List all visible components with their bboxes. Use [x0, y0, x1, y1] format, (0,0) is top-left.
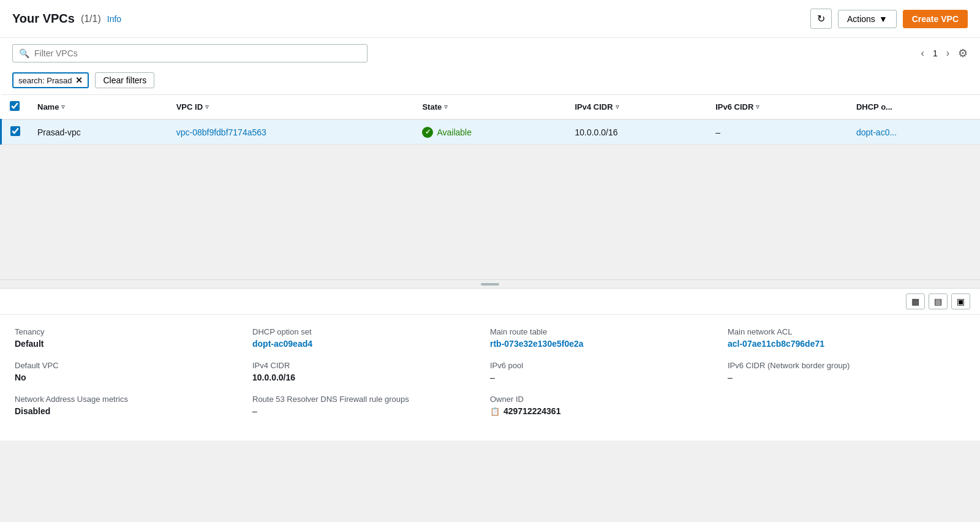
- route-table-link[interactable]: rtb-073e32e130e5f0e2a: [490, 339, 584, 349]
- dhcp-option-label: DHCP option set: [252, 327, 478, 336]
- refresh-button[interactable]: ↻: [810, 9, 832, 29]
- panel-split-vert-button[interactable]: ▤: [929, 293, 948, 309]
- clear-filters-button[interactable]: Clear filters: [95, 72, 154, 88]
- col-ipv6-cidr[interactable]: IPv6 CIDR ▿: [707, 95, 848, 120]
- owner-id-row: 📋 429712224361: [490, 406, 715, 416]
- page-title: Your VPCs: [12, 12, 75, 26]
- actions-button[interactable]: Actions ▼: [838, 10, 897, 28]
- dns-firewall-value: –: [252, 406, 478, 416]
- status-label: Available: [437, 127, 472, 137]
- detail-subsection-owner-id: Owner ID 📋 429712224361: [490, 395, 715, 416]
- acl-value: acl-07ae11cb8c796de71: [728, 339, 953, 349]
- owner-id-label: Owner ID: [490, 395, 715, 404]
- status-available-icon: [422, 127, 433, 138]
- dhcp-option-link[interactable]: dopt-ac09ead4: [252, 339, 312, 349]
- ipv6-cidr-border-value: –: [728, 373, 953, 382]
- row-dhcp: dopt-ac0...: [848, 119, 980, 145]
- detail-panel: ▦ ▤ ▣ Tenancy Default Default VPC No Net…: [0, 288, 980, 441]
- create-vpc-button[interactable]: Create VPC: [903, 10, 968, 28]
- vpc-table: Name ▿ VPC ID ▿ State ▿: [0, 94, 980, 145]
- row-checkbox[interactable]: [10, 126, 20, 136]
- ipv4-cidr-label: IPv4 CIDR: [252, 361, 478, 370]
- route-table-value: rtb-073e32e130e5f0e2a: [490, 339, 715, 349]
- actions-label: Actions: [847, 14, 875, 24]
- filter-tag-label: search: Prasad: [18, 76, 72, 85]
- copy-icon[interactable]: 📋: [490, 407, 500, 416]
- pagination-prev-button[interactable]: ‹: [918, 47, 928, 60]
- divider-handle: [481, 283, 499, 286]
- detail-subsection-metrics: Network Address Usage metrics Disabled: [15, 395, 240, 416]
- top-bar-right: ↻ Actions ▼ Create VPC: [810, 9, 968, 29]
- vpc-id-sort-icon: ▿: [205, 103, 209, 111]
- refresh-icon: ↻: [817, 13, 825, 25]
- ipv6-sort-icon: ▿: [756, 103, 760, 111]
- filter-bar: search: Prasad ✕ Clear filters: [0, 69, 980, 94]
- detail-subsection-ipv6-cidr-border: IPv6 CIDR (Network border group) –: [728, 361, 953, 382]
- search-icon: 🔍: [19, 48, 29, 58]
- table-header-row: Name ▿ VPC ID ▿ State ▿: [1, 95, 981, 120]
- select-all-checkbox[interactable]: [10, 101, 20, 111]
- filter-tag: search: Prasad ✕: [12, 72, 89, 88]
- status-available: Available: [422, 127, 557, 138]
- ipv4-cidr-value: 10.0.0.0/16: [252, 373, 478, 382]
- detail-subsection-ipv4-cidr: IPv4 CIDR 10.0.0.0/16: [252, 361, 478, 382]
- acl-label: Main network ACL: [728, 327, 953, 336]
- pagination-next-button[interactable]: ›: [943, 47, 953, 60]
- detail-subsection-dns-firewall: Route 53 Resolver DNS Firewall rule grou…: [252, 395, 478, 416]
- row-name: Prasad-vpc: [29, 119, 168, 145]
- metrics-label: Network Address Usage metrics: [15, 395, 240, 404]
- pagination-number: 1: [933, 48, 938, 58]
- default-vpc-value: No: [15, 373, 240, 382]
- row-checkbox-cell: [1, 119, 29, 145]
- panel-divider[interactable]: [0, 279, 980, 288]
- pagination: ‹ 1 › ⚙: [918, 47, 968, 60]
- tenancy-value: Default: [15, 339, 240, 349]
- metrics-value: Disabled: [15, 406, 240, 416]
- detail-panel-toolbar: ▦ ▤ ▣: [0, 289, 980, 315]
- chevron-down-icon: ▼: [879, 14, 888, 24]
- row-vpc-id: vpc-08bf9fdbf7174a563: [168, 119, 414, 145]
- col-vpc-id[interactable]: VPC ID ▿: [168, 95, 414, 120]
- default-vpc-label: Default VPC: [15, 361, 240, 370]
- detail-grid: Tenancy Default Default VPC No Network A…: [0, 315, 980, 441]
- select-all-header: [1, 95, 29, 120]
- row-ipv6-cidr: –: [707, 119, 848, 145]
- col-dhcp: DHCP o...: [848, 95, 980, 120]
- search-toolbar: 🔍 ‹ 1 › ⚙: [0, 38, 980, 69]
- detail-subsection-default-vpc: Default VPC No: [15, 361, 240, 382]
- detail-section-tenancy: Tenancy Default Default VPC No Network A…: [15, 327, 252, 428]
- empty-table-area: [0, 145, 980, 279]
- info-link[interactable]: Info: [107, 14, 121, 24]
- detail-subsection-ipv6-pool: IPv6 pool –: [490, 361, 715, 382]
- col-name[interactable]: Name ▿: [29, 95, 168, 120]
- owner-id-value: 429712224361: [503, 406, 560, 416]
- tenancy-label: Tenancy: [15, 327, 240, 336]
- settings-icon[interactable]: ⚙: [958, 47, 968, 60]
- table-container: Name ▿ VPC ID ▿ State ▿: [0, 94, 980, 145]
- acl-link[interactable]: acl-07ae11cb8c796de71: [728, 339, 824, 349]
- dhcp-option-value: dopt-ac09ead4: [252, 339, 478, 349]
- route-table-label: Main route table: [490, 327, 715, 336]
- search-box[interactable]: 🔍: [12, 44, 368, 62]
- ipv6-pool-value: –: [490, 373, 715, 382]
- row-ipv4-cidr: 10.0.0.0/16: [566, 119, 707, 145]
- top-bar: Your VPCs (1/1) Info ↻ Actions ▼ Create …: [0, 0, 980, 38]
- ipv6-cidr-border-label: IPv6 CIDR (Network border group): [728, 361, 953, 370]
- filter-tag-remove-button[interactable]: ✕: [75, 75, 83, 85]
- detail-section-dhcp: DHCP option set dopt-ac09ead4 IPv4 CIDR …: [252, 327, 490, 428]
- detail-section-acl: Main network ACL acl-07ae11cb8c796de71 I…: [728, 327, 965, 428]
- ipv6-pool-label: IPv6 pool: [490, 361, 715, 370]
- col-ipv4-cidr[interactable]: IPv4 CIDR ▿: [566, 95, 707, 120]
- detail-section-route: Main route table rtb-073e32e130e5f0e2a I…: [490, 327, 728, 428]
- col-state[interactable]: State ▿: [413, 95, 566, 120]
- search-input[interactable]: [34, 48, 361, 58]
- vpc-id-link[interactable]: vpc-08bf9fdbf7174a563: [176, 127, 266, 137]
- dhcp-link[interactable]: dopt-ac0...: [856, 127, 897, 137]
- table-row[interactable]: Prasad-vpc vpc-08bf9fdbf7174a563 Availab…: [1, 119, 981, 145]
- panel-split-horiz-button[interactable]: ▦: [906, 293, 925, 309]
- count-badge: (1/1): [81, 13, 101, 25]
- state-sort-icon: ▿: [444, 103, 448, 111]
- row-state: Available: [413, 119, 566, 145]
- name-sort-icon: ▿: [61, 103, 65, 111]
- panel-full-button[interactable]: ▣: [951, 293, 970, 309]
